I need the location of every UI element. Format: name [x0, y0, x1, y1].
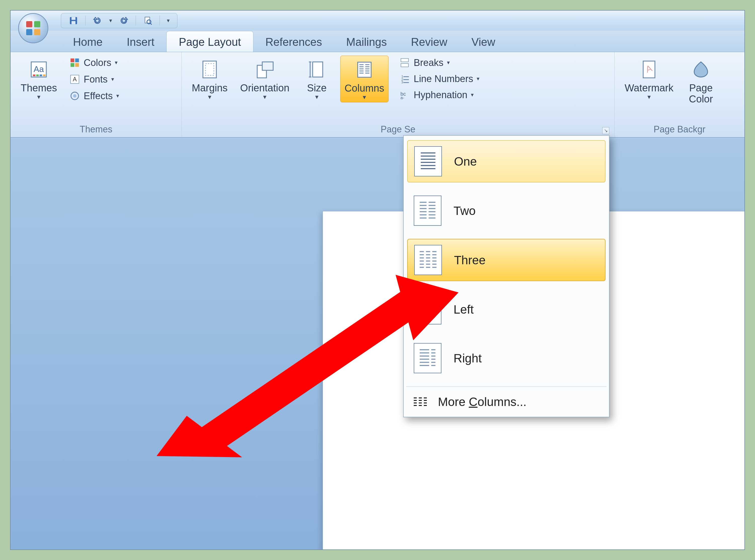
- title-bar: ▾ ▾: [11, 11, 744, 31]
- theme-effects-button[interactable]: Effects ▾: [66, 89, 123, 103]
- undo-icon[interactable]: [93, 16, 102, 25]
- tab-review[interactable]: Review: [399, 31, 459, 52]
- tab-home[interactable]: Home: [61, 31, 115, 52]
- svg-rect-6: [72, 21, 76, 24]
- svg-text:3: 3: [401, 80, 403, 84]
- columns-option-three[interactable]: Three: [407, 239, 606, 281]
- more-columns-icon: [413, 396, 428, 408]
- two-column-icon: [414, 196, 442, 226]
- breaks-label: Breaks: [414, 57, 444, 68]
- themes-icon: Aa: [27, 58, 50, 81]
- chevron-down-icon: ▼: [646, 94, 652, 100]
- word-window: ▾ ▾ Home Insert Page Layout References M…: [10, 10, 745, 550]
- print-preview-icon[interactable]: [143, 16, 152, 25]
- tab-mailings[interactable]: Mailings: [334, 31, 399, 52]
- svg-rect-14: [40, 75, 42, 76]
- svg-rect-28: [312, 62, 323, 77]
- watermark-icon: A: [638, 58, 660, 81]
- fonts-icon: A: [69, 74, 80, 85]
- columns-label: Columns: [345, 83, 384, 94]
- orientation-icon: [253, 58, 276, 81]
- columns-option-label: Two: [453, 204, 476, 218]
- chevron-down-icon: ▼: [362, 94, 367, 101]
- orientation-button[interactable]: Orientation ▼: [236, 56, 293, 102]
- more-columns-button[interactable]: More Columns...: [407, 389, 606, 414]
- qat-customize-caret-icon[interactable]: ▾: [167, 17, 170, 24]
- columns-option-right[interactable]: Right: [407, 338, 606, 379]
- page-color-button[interactable]: Page Color: [682, 56, 720, 106]
- columns-option-one[interactable]: One: [407, 140, 606, 182]
- group-label-page-setup: Page Se ↘: [188, 123, 608, 135]
- columns-option-two[interactable]: Two: [407, 190, 606, 231]
- svg-rect-17: [75, 58, 79, 62]
- watermark-button[interactable]: A Watermark ▼: [620, 56, 677, 102]
- right-column-icon: [414, 343, 442, 373]
- columns-option-label: One: [454, 155, 477, 168]
- size-button[interactable]: Size ▼: [298, 56, 336, 102]
- group-page-background: A Watermark ▼ Page Color Page Backgr: [615, 52, 744, 137]
- svg-rect-18: [70, 63, 74, 67]
- colors-label: Colors: [84, 57, 111, 68]
- ribbon-tabs: Home Insert Page Layout References Maili…: [11, 31, 744, 52]
- page-color-icon: [690, 58, 712, 81]
- columns-option-left[interactable]: Left: [407, 289, 606, 330]
- tab-page-layout[interactable]: Page Layout: [166, 31, 253, 52]
- theme-colors-button[interactable]: Colors ▾: [66, 56, 123, 70]
- tab-insert[interactable]: Insert: [115, 31, 166, 52]
- margins-button[interactable]: Margins ▼: [188, 56, 231, 102]
- svg-rect-44: [401, 63, 408, 67]
- tab-view[interactable]: View: [459, 31, 507, 52]
- svg-rect-16: [70, 58, 74, 62]
- undo-dropdown-caret-icon[interactable]: ▾: [109, 17, 112, 24]
- svg-rect-0: [26, 21, 33, 27]
- svg-rect-13: [36, 75, 39, 76]
- effects-label: Effects: [84, 91, 113, 101]
- svg-text:A: A: [73, 76, 77, 83]
- ribbon: Aa Themes ▼ Colors ▾ A Fonts ▾: [11, 52, 744, 138]
- svg-rect-5: [72, 17, 76, 20]
- themes-button[interactable]: Aa Themes ▼: [17, 56, 61, 102]
- tab-references[interactable]: References: [253, 31, 334, 52]
- more-columns-label: More Columns...: [438, 395, 527, 409]
- theme-fonts-button[interactable]: A Fonts ▾: [66, 72, 123, 86]
- redo-icon[interactable]: [119, 16, 129, 25]
- svg-rect-15: [43, 75, 45, 76]
- group-page-setup: Margins ▼ Orientation ▼ Size ▼ Columns ▼: [182, 52, 615, 137]
- chevron-down-icon: ▼: [314, 94, 320, 100]
- page-color-label: Page Color: [689, 82, 713, 104]
- size-label: Size: [307, 82, 327, 93]
- breaks-button[interactable]: Breaks ▾: [395, 56, 483, 70]
- breaks-icon: [399, 57, 410, 68]
- svg-text:Aa: Aa: [34, 64, 44, 74]
- chevron-down-icon: ▾: [471, 92, 474, 98]
- group-label-page-background: Page Backgr: [620, 123, 738, 135]
- columns-button[interactable]: Columns ▼: [340, 56, 389, 102]
- themes-label: Themes: [21, 82, 57, 93]
- group-themes: Aa Themes ▼ Colors ▾ A Fonts ▾: [11, 52, 182, 137]
- svg-text:a-: a-: [401, 95, 404, 100]
- quick-access-toolbar: ▾ ▾: [61, 13, 178, 28]
- chevron-down-icon: ▾: [447, 59, 450, 66]
- office-button[interactable]: [18, 13, 48, 43]
- document-workspace: [11, 138, 744, 549]
- chevron-down-icon: ▼: [207, 94, 212, 100]
- save-icon[interactable]: [69, 16, 78, 25]
- line-numbers-label: Line Numbers: [414, 74, 473, 84]
- svg-rect-19: [75, 63, 79, 67]
- group-label-themes: Themes: [17, 123, 176, 135]
- svg-line-9: [150, 23, 152, 25]
- one-column-icon: [414, 146, 442, 176]
- line-numbers-button[interactable]: 123 Line Numbers ▾: [395, 72, 483, 86]
- chevron-down-icon: ▾: [111, 76, 114, 83]
- hyphenation-button[interactable]: bca- Hyphenation ▾: [395, 88, 483, 102]
- columns-option-label: Left: [453, 302, 474, 316]
- svg-rect-24: [203, 61, 216, 78]
- watermark-label: Watermark: [625, 82, 673, 93]
- columns-option-label: Right: [453, 351, 482, 365]
- page-setup-dialog-launcher[interactable]: ↘: [602, 127, 609, 134]
- svg-rect-1: [34, 21, 41, 27]
- svg-rect-3: [34, 29, 41, 36]
- dropdown-separator: [406, 386, 607, 387]
- svg-point-23: [73, 94, 76, 97]
- chevron-down-icon: ▼: [262, 94, 267, 100]
